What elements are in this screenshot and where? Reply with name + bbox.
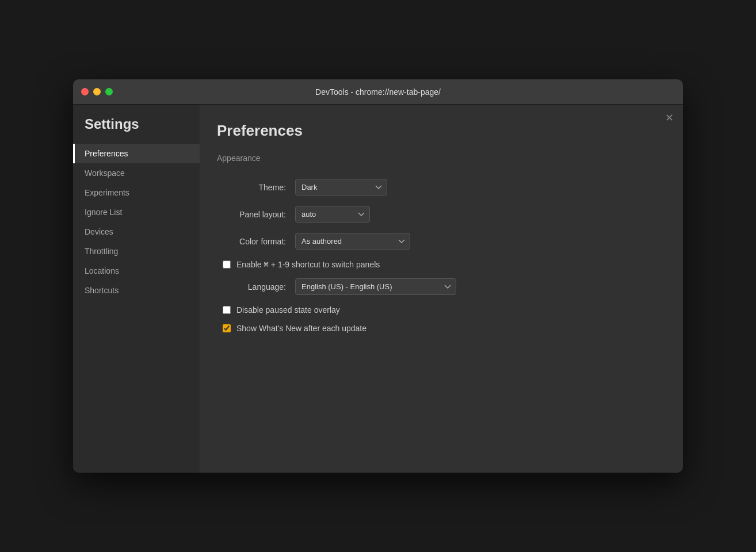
window-body: ✕ Settings Preferences Workspace Experim… <box>73 105 683 473</box>
shortcut-switch-label: Enable ⌘ + 1-9 shortcut to switch panels <box>236 260 380 269</box>
sidebar: Settings Preferences Workspace Experimen… <box>73 105 200 473</box>
panel-layout-select[interactable]: auto horizontal vertical <box>295 206 370 223</box>
language-label: Language: <box>217 282 286 292</box>
theme-label: Theme: <box>217 183 286 192</box>
sidebar-item-ignore-list[interactable]: Ignore List <box>73 202 200 222</box>
sidebar-item-shortcuts[interactable]: Shortcuts <box>73 281 200 300</box>
maximize-window-button[interactable] <box>105 88 113 95</box>
main-content: Preferences Appearance Theme: Default Da… <box>200 105 683 473</box>
paused-overlay-checkbox[interactable] <box>223 306 231 314</box>
close-window-button[interactable] <box>81 88 89 95</box>
panel-layout-label: Panel layout: <box>217 210 286 219</box>
color-format-select[interactable]: As authored HEX RGB HSL <box>295 233 410 250</box>
color-format-label: Color format: <box>217 237 286 246</box>
sidebar-item-preferences[interactable]: Preferences <box>73 144 200 163</box>
whats-new-label: Show What's New after each update <box>236 324 366 333</box>
color-format-setting-row: Color format: As authored HEX RGB HSL <box>217 233 666 250</box>
whats-new-checkbox[interactable] <box>223 324 231 332</box>
paused-overlay-label: Disable paused state overlay <box>236 305 340 315</box>
traffic-lights <box>81 88 113 95</box>
devtools-window: DevTools - chrome://new-tab-page/ ✕ Sett… <box>73 79 683 473</box>
language-select[interactable]: English (US) - English (US) Spanish Fren… <box>295 278 456 295</box>
sidebar-item-locations[interactable]: Locations <box>73 261 200 281</box>
sidebar-item-workspace[interactable]: Workspace <box>73 163 200 183</box>
paused-overlay-checkbox-row: Disable paused state overlay <box>217 305 666 315</box>
shortcut-checkbox-row: Enable ⌘ + 1-9 shortcut to switch panels <box>217 260 666 269</box>
sidebar-item-devices[interactable]: Devices <box>73 222 200 241</box>
theme-select[interactable]: Default Dark Light <box>295 179 387 195</box>
settings-close-button[interactable]: ✕ <box>665 113 674 123</box>
theme-setting-row: Theme: Default Dark Light <box>217 179 666 195</box>
sidebar-item-throttling[interactable]: Throttling <box>73 241 200 261</box>
language-setting-row: Language: English (US) - English (US) Sp… <box>217 278 666 295</box>
panel-layout-setting-row: Panel layout: auto horizontal vertical <box>217 206 666 223</box>
window-title: DevTools - chrome://new-tab-page/ <box>315 87 441 97</box>
shortcut-switch-checkbox[interactable] <box>223 260 231 269</box>
page-title: Preferences <box>217 122 666 140</box>
section-appearance-title: Appearance <box>217 154 666 167</box>
whats-new-checkbox-row: Show What's New after each update <box>217 324 666 333</box>
sidebar-title: Settings <box>73 116 200 144</box>
titlebar: DevTools - chrome://new-tab-page/ <box>73 79 683 105</box>
sidebar-item-experiments[interactable]: Experiments <box>73 183 200 202</box>
minimize-window-button[interactable] <box>93 88 101 95</box>
